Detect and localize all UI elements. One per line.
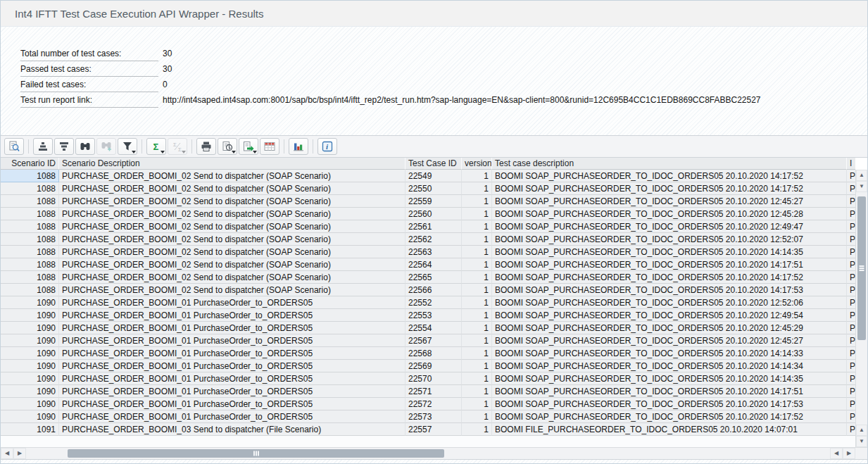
- cell-test_case_id[interactable]: 22566: [405, 284, 462, 296]
- cell-test_case_id[interactable]: 22572: [405, 398, 462, 410]
- cell-result[interactable]: P: [847, 246, 855, 258]
- cell-result[interactable]: P: [847, 423, 855, 436]
- print-button[interactable]: [196, 138, 216, 155]
- cell-test_desc[interactable]: BOOMI SOAP_PURCHASEORDER_TO_IDOC_ORDERS0…: [492, 398, 847, 410]
- cell-scenario_id[interactable]: 1088: [1, 220, 59, 233]
- cell-result[interactable]: P: [847, 398, 855, 410]
- cell-result[interactable]: P: [847, 360, 855, 372]
- cell-result[interactable]: P: [847, 182, 855, 195]
- cell-test_desc[interactable]: BOOMI SOAP_PURCHASEORDER_TO_IDOC_ORDERS0…: [492, 233, 847, 246]
- column-header-version[interactable]: version: [462, 158, 492, 170]
- cell-scenario_id[interactable]: 1090: [1, 309, 59, 322]
- cell-test_case_id[interactable]: 22564: [405, 258, 462, 271]
- horizontal-scroll-thumb[interactable]: [68, 449, 444, 458]
- cell-scenario_id[interactable]: 1088: [1, 258, 59, 271]
- cell-result[interactable]: P: [847, 208, 855, 220]
- cell-test_case_id[interactable]: 22559: [405, 195, 462, 208]
- cell-test_desc[interactable]: BOOMI SOAP_PURCHASEORDER_TO_IDOC_ORDERS0…: [492, 208, 847, 220]
- cell-test_desc[interactable]: BOOMI SOAP_PURCHASEORDER_TO_IDOC_ORDERS0…: [492, 182, 847, 195]
- cell-test_case_id[interactable]: 22563: [405, 246, 462, 258]
- cell-version[interactable]: 1: [462, 334, 492, 347]
- cell-version[interactable]: 1: [462, 322, 492, 334]
- cell-version[interactable]: 1: [462, 208, 492, 220]
- cell-scenario_id[interactable]: 1090: [1, 322, 59, 334]
- cell-version[interactable]: 1: [462, 423, 492, 436]
- cell-scenario_desc[interactable]: PURCHASE_ORDER_BOOMI_02 Send to dispatch…: [59, 195, 405, 208]
- cell-test_desc[interactable]: BOOMI SOAP_PURCHASEORDER_TO_IDOC_ORDERS0…: [492, 271, 847, 284]
- cell-test_case_id[interactable]: 22560: [405, 208, 462, 220]
- cell-scenario_desc[interactable]: PURCHASE_ORDER_BOOMI_02 Send to dispatch…: [59, 170, 405, 182]
- cell-result[interactable]: P: [847, 220, 855, 233]
- cell-scenario_desc[interactable]: PURCHASE_ORDER_BOOMI_01 PurchaseOrder_to…: [59, 322, 405, 334]
- cell-scenario_id[interactable]: 1090: [1, 360, 59, 372]
- cell-test_desc[interactable]: BOOMI SOAP_PURCHASEORDER_TO_IDOC_ORDERS0…: [492, 322, 847, 334]
- cell-scenario_desc[interactable]: PURCHASE_ORDER_BOOMI_02 Send to dispatch…: [59, 208, 405, 220]
- cell-scenario_id[interactable]: 1090: [1, 347, 59, 360]
- cell-scenario_desc[interactable]: PURCHASE_ORDER_BOOMI_01 PurchaseOrder_to…: [59, 398, 405, 410]
- scroll-up-button[interactable]: ▲: [856, 170, 867, 181]
- cell-scenario_desc[interactable]: PURCHASE_ORDER_BOOMI_02 Send to dispatch…: [59, 182, 405, 195]
- cell-result[interactable]: P: [847, 309, 855, 322]
- cell-scenario_desc[interactable]: PURCHASE_ORDER_BOOMI_01 PurchaseOrder_to…: [59, 372, 405, 385]
- cell-scenario_id[interactable]: 1088: [1, 208, 59, 220]
- cell-test_desc[interactable]: BOOMI SOAP_PURCHASEORDER_TO_IDOC_ORDERS0…: [492, 360, 847, 372]
- cell-version[interactable]: 1: [462, 258, 492, 271]
- cell-scenario_id[interactable]: 1090: [1, 296, 59, 309]
- cell-version[interactable]: 1: [462, 170, 492, 182]
- scroll-left-end-button[interactable]: ◀: [830, 448, 843, 459]
- cell-result[interactable]: P: [847, 372, 855, 385]
- export-button[interactable]: [239, 138, 258, 155]
- cell-test_case_id[interactable]: 22554: [405, 322, 462, 334]
- cell-scenario_desc[interactable]: PURCHASE_ORDER_BOOMI_01 PurchaseOrder_to…: [59, 309, 405, 322]
- cell-version[interactable]: 1: [462, 296, 492, 309]
- cell-result[interactable]: P: [847, 385, 855, 398]
- scroll-right-button[interactable]: ▶: [13, 448, 26, 459]
- cell-scenario_desc[interactable]: PURCHASE_ORDER_BOOMI_02 Send to dispatch…: [59, 220, 405, 233]
- cell-test_desc[interactable]: BOOMI SOAP_PURCHASEORDER_TO_IDOC_ORDERS0…: [492, 220, 847, 233]
- horizontal-scrollbar[interactable]: ◀ ▶ ◀ ▶: [1, 447, 867, 459]
- cell-result[interactable]: P: [847, 284, 855, 296]
- cell-scenario_desc[interactable]: PURCHASE_ORDER_BOOMI_01 PurchaseOrder_to…: [59, 360, 405, 372]
- scroll-page-up-button[interactable]: ▲: [856, 425, 867, 436]
- cell-scenario_desc[interactable]: PURCHASE_ORDER_BOOMI_01 PurchaseOrder_to…: [59, 347, 405, 360]
- cell-version[interactable]: 1: [462, 246, 492, 258]
- cell-scenario_desc[interactable]: PURCHASE_ORDER_BOOMI_02 Send to dispatch…: [59, 233, 405, 246]
- cell-result[interactable]: P: [847, 334, 855, 347]
- cell-test_case_id[interactable]: 22552: [405, 296, 462, 309]
- cell-test_desc[interactable]: BOOMI SOAP_PURCHASEORDER_TO_IDOC_ORDERS0…: [492, 284, 847, 296]
- column-header-scenario_id[interactable]: Scenario ID: [1, 158, 59, 170]
- vertical-scrollbar[interactable]: ▲ ▼ ▲ ▼: [855, 170, 867, 447]
- cell-test_case_id[interactable]: 22569: [405, 360, 462, 372]
- cell-scenario_id[interactable]: 1090: [1, 385, 59, 398]
- cell-test_case_id[interactable]: 22549: [405, 170, 462, 182]
- cell-scenario_id[interactable]: 1088: [1, 170, 59, 182]
- cell-test_desc[interactable]: BOOMI SOAP_PURCHASEORDER_TO_IDOC_ORDERS0…: [492, 385, 847, 398]
- cell-scenario_id[interactable]: 1088: [1, 182, 59, 195]
- cell-result[interactable]: P: [847, 195, 855, 208]
- filter-button[interactable]: [118, 138, 137, 155]
- cell-scenario_id[interactable]: 1090: [1, 398, 59, 410]
- cell-scenario_id[interactable]: 1090: [1, 410, 59, 423]
- cell-test_desc[interactable]: BOOMI SOAP_PURCHASEORDER_TO_IDOC_ORDERS0…: [492, 170, 847, 182]
- cell-test_case_id[interactable]: 22557: [405, 423, 462, 436]
- cell-test_case_id[interactable]: 22562: [405, 233, 462, 246]
- info-button[interactable]: i: [317, 138, 337, 155]
- cell-scenario_id[interactable]: 1088: [1, 246, 59, 258]
- scroll-right-end-button[interactable]: ▶: [843, 448, 855, 459]
- cell-test_desc[interactable]: BOOMI SOAP_PURCHASEORDER_TO_IDOC_ORDERS0…: [492, 410, 847, 423]
- cell-result[interactable]: P: [847, 296, 855, 309]
- cell-result[interactable]: P: [847, 347, 855, 360]
- cell-version[interactable]: 1: [462, 372, 492, 385]
- cell-test_case_id[interactable]: 22568: [405, 347, 462, 360]
- cell-version[interactable]: 1: [462, 284, 492, 296]
- sort-descending-button[interactable]: [54, 138, 74, 155]
- scroll-left-button[interactable]: ◀: [1, 448, 13, 459]
- cell-test_desc[interactable]: BOOMI SOAP_PURCHASEORDER_TO_IDOC_ORDERS0…: [492, 195, 847, 208]
- cell-test_case_id[interactable]: 22561: [405, 220, 462, 233]
- cell-version[interactable]: 1: [462, 182, 492, 195]
- cell-version[interactable]: 1: [462, 398, 492, 410]
- cell-scenario_desc[interactable]: PURCHASE_ORDER_BOOMI_03 Send to dispatch…: [59, 423, 405, 436]
- cell-scenario_id[interactable]: 1088: [1, 233, 59, 246]
- cell-version[interactable]: 1: [462, 410, 492, 423]
- cell-test_desc[interactable]: BOOMI SOAP_PURCHASEORDER_TO_IDOC_ORDERS0…: [492, 296, 847, 309]
